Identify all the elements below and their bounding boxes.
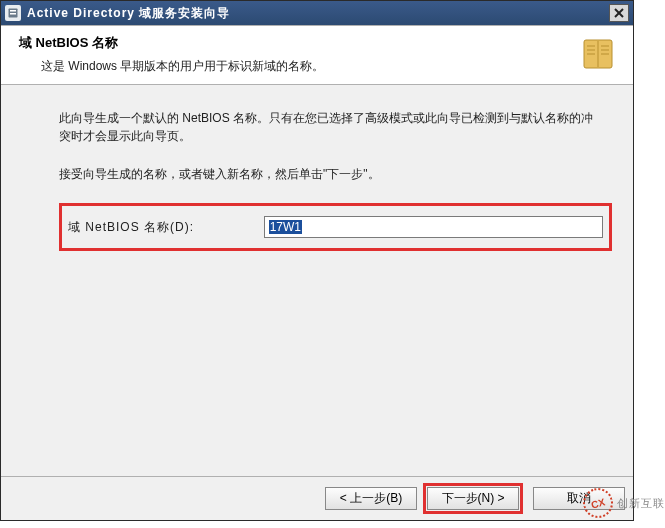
wizard-buttons: < 上一步(B) 下一步(N) > 取消 <box>1 476 633 520</box>
netbios-label: 域 NetBIOS 名称(D): <box>68 218 264 236</box>
svg-rect-1 <box>10 10 16 12</box>
back-button[interactable]: < 上一步(B) <box>325 487 417 510</box>
svg-rect-2 <box>10 13 16 15</box>
watermark-icon: CX <box>580 485 617 522</box>
close-button[interactable] <box>609 4 629 22</box>
next-button-highlight: 下一步(N) > <box>423 483 523 514</box>
netbios-field-highlight: 域 NetBIOS 名称(D): 17W1 <box>59 203 612 251</box>
info-text-1: 此向导生成一个默认的 NetBIOS 名称。只有在您已选择了高级模式或此向导已检… <box>59 109 603 145</box>
app-icon <box>5 5 21 21</box>
page-title: 域 NetBIOS 名称 <box>19 34 581 52</box>
netbios-input-value: 17W1 <box>269 220 302 234</box>
info-text-2: 接受向导生成的名称，或者键入新名称，然后单击"下一步"。 <box>59 165 603 183</box>
window-title: Active Directory 域服务安装向导 <box>27 5 609 22</box>
titlebar[interactable]: Active Directory 域服务安装向导 <box>1 1 633 25</box>
wizard-content: 此向导生成一个默认的 NetBIOS 名称。只有在您已选择了高级模式或此向导已检… <box>1 85 633 251</box>
wizard-header: 域 NetBIOS 名称 这是 Windows 早期版本的用户用于标识新域的名称… <box>1 25 633 85</box>
watermark: CX 创新互联 <box>583 488 665 518</box>
next-button[interactable]: 下一步(N) > <box>427 487 519 510</box>
close-icon <box>614 8 624 18</box>
watermark-text: 创新互联 <box>617 496 665 511</box>
page-subtitle: 这是 Windows 早期版本的用户用于标识新域的名称。 <box>19 58 581 75</box>
wizard-window: Active Directory 域服务安装向导 域 NetBIOS 名称 这是… <box>0 0 634 521</box>
netbios-input[interactable]: 17W1 <box>264 216 603 238</box>
book-icon <box>581 34 621 84</box>
